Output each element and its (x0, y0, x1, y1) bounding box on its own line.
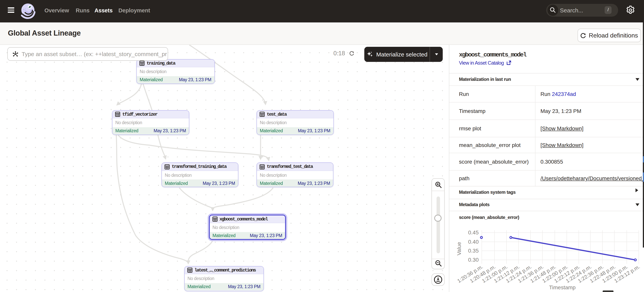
svg-text:0.35: 0.35 (468, 247, 479, 253)
svg-text:Timestamp: Timestamp (549, 284, 576, 290)
svg-text:0.45: 0.45 (468, 229, 479, 235)
svg-text:0.30: 0.30 (468, 257, 479, 263)
svg-text:Value: Value (456, 242, 462, 255)
svg-text:0.40: 0.40 (468, 239, 479, 245)
